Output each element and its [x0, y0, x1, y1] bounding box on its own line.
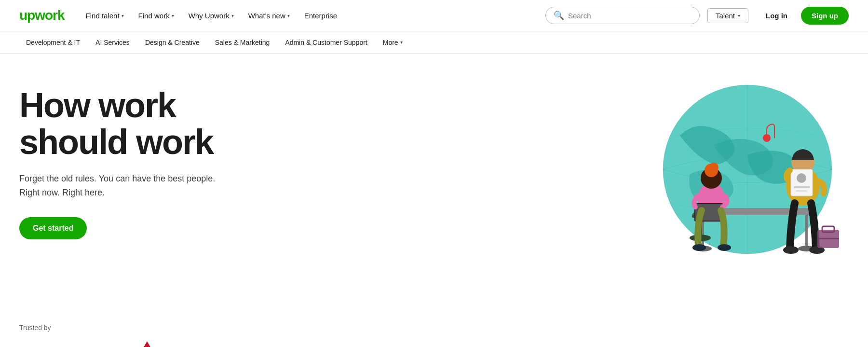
secondary-nav-design-creative[interactable]: Design & Creative — [138, 35, 206, 50]
get-started-button[interactable]: Get started — [19, 217, 87, 239]
bissell-icon: BISSELL — [136, 341, 159, 347]
svg-rect-26 — [796, 190, 807, 192]
secondary-nav-sales-marketing[interactable]: Sales & Marketing — [208, 35, 277, 50]
secondary-nav: Development & IT AI Services Design & Cr… — [0, 31, 868, 54]
nav-find-talent[interactable]: Find talent ▾ — [80, 9, 130, 23]
chevron-down-icon: ▾ — [122, 13, 124, 18]
search-bar[interactable]: 🔍 — [545, 7, 700, 24]
logo-text: upwork — [19, 8, 65, 23]
nav-find-work[interactable]: Find work ▾ — [133, 9, 180, 23]
nav-why-upwork-label: Why Upwork — [189, 12, 230, 20]
nav-find-talent-label: Find talent — [86, 12, 120, 20]
login-button[interactable]: Log in — [756, 8, 797, 24]
bissell-logo: BISSELL — [136, 341, 159, 347]
bissell-triangle-icon — [138, 341, 156, 347]
header: upwork Find talent ▾ Find work ▾ Why Upw… — [0, 0, 868, 31]
hero-title-line2: should work — [19, 123, 213, 161]
svg-point-20 — [718, 244, 731, 251]
trusted-label: Trusted by — [19, 324, 849, 332]
logo[interactable]: upwork — [19, 8, 65, 23]
main-nav: Find talent ▾ Find work ▾ Why Upwork ▾ W… — [80, 9, 545, 23]
svg-rect-31 — [817, 238, 839, 239]
svg-rect-25 — [794, 186, 810, 188]
search-input[interactable] — [568, 12, 692, 20]
nav-whats-new-label: What's new — [248, 12, 285, 20]
trusted-logos: Microsoft ✦ airbnb BISSELL — [19, 341, 849, 347]
hero-subtitle-line2: Right now. Right here. — [19, 188, 105, 197]
search-icon: 🔍 — [554, 10, 564, 21]
more-label: More — [383, 39, 398, 46]
svg-rect-6 — [805, 215, 808, 249]
chevron-down-icon: ▾ — [287, 13, 290, 18]
hero-subtitle-line1: Forget the old rules. You can have the b… — [19, 174, 215, 183]
secondary-nav-ai-services[interactable]: AI Services — [89, 35, 136, 50]
chevron-down-icon: ▾ — [738, 13, 740, 18]
hero-section: How work should work Forget the old rule… — [0, 54, 868, 314]
svg-point-16 — [709, 163, 719, 172]
secondary-nav-more[interactable]: More ▾ — [376, 35, 409, 50]
hero-title-line1: How work — [19, 86, 176, 125]
nav-enterprise[interactable]: Enterprise — [298, 9, 343, 23]
secondary-nav-dev-it[interactable]: Development & IT — [19, 35, 87, 50]
hero-illustration — [617, 54, 868, 295]
nav-why-upwork[interactable]: Why Upwork ▾ — [183, 9, 240, 23]
hero-subtitle: Forget the old rules. You can have the b… — [19, 172, 215, 200]
svg-point-19 — [692, 244, 706, 251]
talent-filter-select[interactable]: Talent ▾ — [707, 8, 748, 23]
nav-enterprise-label: Enterprise — [304, 12, 337, 20]
trusted-section: Trusted by Microsoft ✦ airbnb BISSELL — [0, 314, 868, 347]
hero-content: How work should work Forget the old rule… — [19, 83, 215, 239]
nav-whats-new[interactable]: What's new ▾ — [243, 9, 296, 23]
talent-filter-label: Talent — [716, 12, 735, 20]
secondary-nav-admin-support[interactable]: Admin & Customer Support — [278, 35, 374, 50]
hero-title: How work should work — [19, 87, 215, 160]
chevron-down-icon: ▾ — [231, 13, 234, 18]
nav-find-work-label: Find work — [138, 12, 170, 20]
chevron-down-icon: ▾ — [172, 13, 174, 18]
svg-point-27 — [783, 246, 799, 254]
svg-point-24 — [797, 173, 806, 183]
signup-button[interactable]: Sign up — [801, 7, 849, 25]
chevron-down-icon: ▾ — [400, 40, 403, 45]
